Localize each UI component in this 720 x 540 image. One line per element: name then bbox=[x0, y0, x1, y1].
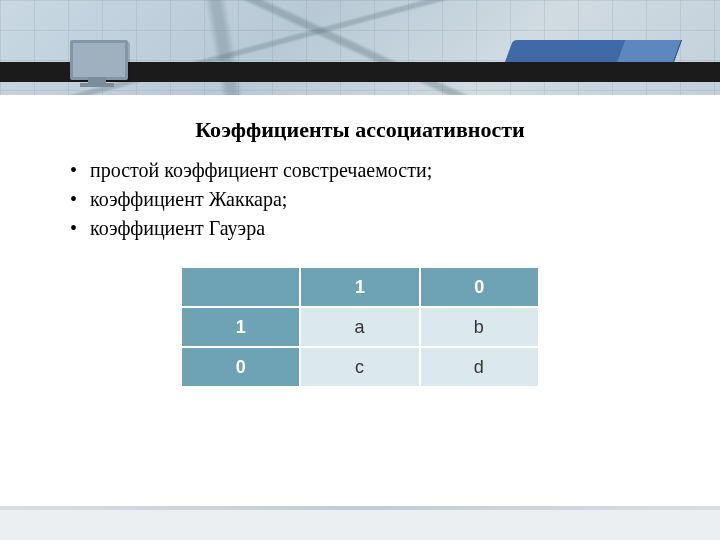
contingency-table: 1 0 1 a b 0 c d bbox=[180, 266, 540, 388]
table-row-header: 1 bbox=[181, 307, 300, 347]
table-cell: a bbox=[300, 307, 419, 347]
table-row: 1 a b bbox=[181, 307, 539, 347]
slide-title: Коэффициенты ассоциативности bbox=[0, 117, 720, 143]
header-tabs-decoration bbox=[510, 40, 680, 70]
table-cell: d bbox=[420, 347, 539, 387]
list-item: коэффициент Гауэра bbox=[70, 215, 720, 242]
list-item: коэффициент Жаккара; bbox=[70, 186, 720, 213]
table-col-header: 1 bbox=[300, 267, 419, 307]
table-header-empty bbox=[181, 267, 300, 307]
table-cell: c bbox=[300, 347, 419, 387]
footer-divider bbox=[0, 506, 720, 510]
table-cell: b bbox=[420, 307, 539, 347]
list-item: простой коэффициент совстречаемости; bbox=[70, 157, 720, 184]
table-row: 0 c d bbox=[181, 347, 539, 387]
footer-background bbox=[0, 506, 720, 540]
table-row-header: 0 bbox=[181, 347, 300, 387]
bullet-list: простой коэффициент совстречаемости; коэ… bbox=[70, 157, 720, 242]
table-row: 1 0 bbox=[181, 267, 539, 307]
table-col-header: 0 bbox=[420, 267, 539, 307]
header-band bbox=[0, 0, 720, 95]
monitor-icon bbox=[70, 40, 128, 88]
